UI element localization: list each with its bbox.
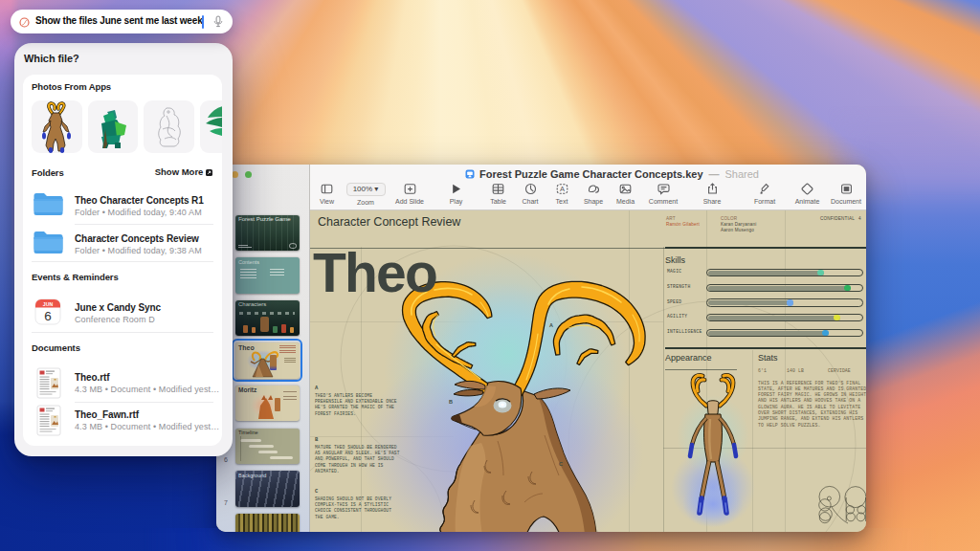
- svg-text:A: A: [549, 322, 553, 328]
- svg-text:B: B: [449, 399, 453, 405]
- svg-text:A: A: [559, 185, 564, 193]
- svg-text:6: 6: [44, 309, 52, 323]
- svg-text:C: C: [559, 461, 563, 467]
- svg-text:JUN: JUN: [43, 301, 54, 307]
